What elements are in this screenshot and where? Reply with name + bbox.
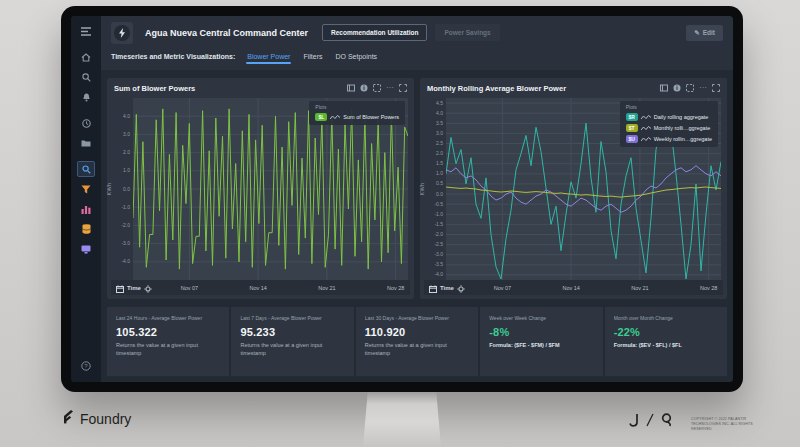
monitor-app-icon[interactable] [77, 241, 95, 257]
y-tick-label: -1.0 [121, 205, 130, 210]
quiver-app-icon[interactable] [77, 161, 95, 177]
legend-label: Sum of Blower Powers [343, 114, 399, 120]
power-savings-button[interactable]: Power Savings [435, 24, 499, 41]
y-tick-label: -1.5 [434, 222, 443, 227]
calendar-icon [429, 279, 437, 297]
plot-area[interactable]: Plots$LSum of Blower Powers [133, 98, 408, 280]
chart-title: Sum of Blower Powers [114, 84, 342, 93]
focus-frame-icon[interactable] [373, 84, 381, 92]
y-tick-label: -3.0 [434, 252, 443, 257]
y-tick-label: 3.0 [123, 132, 130, 137]
info-icon[interactable] [360, 84, 368, 92]
line-chart-icon [330, 114, 340, 121]
time-settings-gear-icon[interactable] [457, 279, 465, 297]
footer-logo-marks [629, 413, 672, 431]
time-settings-gear-icon[interactable] [144, 279, 152, 297]
y-tick-label: 3.5 [436, 121, 443, 126]
metric-card-last-7-days: Last 7 Days - Average Blower Power 95.23… [231, 307, 353, 376]
legend-label: Monthly rolli…ggregate [654, 125, 711, 131]
metric-card-last-24-hours: Last 24 Hours - Average Blower Power 105… [107, 307, 229, 376]
y-tick-label: 2.5 [436, 141, 443, 146]
y-tick-label: 4.0 [436, 111, 443, 116]
y-tick-label: 0.5 [436, 181, 443, 186]
legend: Plots$RDaily rolling aggregate$TMonthly … [620, 101, 718, 147]
card-view-icon[interactable] [347, 84, 355, 92]
y-tick-label: 1.0 [436, 171, 443, 176]
chart-header: Sum of Blower Powers ··· [107, 78, 414, 98]
tab-section-label: Timeseries and Metric Visualizations: [111, 49, 235, 60]
legend-item[interactable]: $RDaily rolling aggregate [626, 113, 712, 121]
chart-title: Monthly Rolling Average Blower Power [427, 84, 655, 93]
metric-value: 110.920 [365, 326, 469, 338]
card-view-icon[interactable] [660, 84, 668, 92]
folder-icon[interactable] [77, 135, 95, 151]
chart-body: KWh 4.54.03.53.02.52.01.51.00.50.0-0.5-1… [420, 98, 727, 280]
metric-label: Month over Month Change [614, 315, 718, 321]
legend-label: Weekly rollin…ggregate [654, 136, 712, 142]
tab-filters[interactable]: Filters [302, 49, 323, 66]
metric-label: Week over Week Change [489, 315, 593, 321]
desk-background: ? Agua Nueva Central Command Center Reco… [0, 0, 800, 447]
more-options-icon[interactable]: ··· [386, 84, 394, 92]
y-tick-label: 0.0 [436, 192, 443, 197]
legend-item[interactable]: $LSum of Blower Powers [315, 113, 399, 121]
power-bolt-icon [114, 25, 130, 41]
edit-button[interactable]: ✎ Edit [686, 25, 723, 41]
y-tick-label: 3.0 [436, 131, 443, 136]
tab-bar: Timeseries and Metric Visualizations: Bl… [101, 49, 733, 70]
x-tick-label: Nov 28 [700, 285, 717, 291]
chart-app-icon[interactable] [77, 201, 95, 217]
legend-title: Plots [626, 104, 712, 110]
notifications-icon[interactable] [77, 89, 95, 105]
svg-text:?: ? [84, 363, 88, 369]
y-axis-label: KWh [419, 183, 425, 196]
line-chart-icon [641, 136, 651, 143]
home-icon[interactable] [77, 49, 95, 65]
x-axis-time-bar: Time Nov 07Nov 14Nov 21Nov 28 [424, 280, 723, 295]
menu-icon[interactable] [77, 23, 95, 39]
page-title: Agua Nueva Central Command Center [145, 28, 308, 38]
legend-badge: $R [626, 113, 638, 121]
search-icon[interactable] [77, 69, 95, 85]
recommendation-utilization-button[interactable]: Recommendation Utilization [322, 24, 427, 41]
dashboard-screen: ? Agua Nueva Central Command Center Reco… [71, 16, 733, 382]
database-app-icon[interactable] [77, 221, 95, 237]
focus-frame-icon[interactable] [686, 84, 694, 92]
pencil-icon: ✎ [694, 29, 699, 37]
tab-do-setpoints[interactable]: DO Setpoints [334, 49, 378, 66]
legend-badge: $U [626, 135, 638, 143]
y-tick-label: -2.0 [121, 223, 130, 228]
y-tick-label: -3.5 [434, 262, 443, 267]
legend-badge: $L [315, 113, 327, 121]
more-options-icon[interactable]: ··· [699, 84, 707, 92]
legend-item[interactable]: $TMonthly rolli…ggregate [626, 124, 712, 132]
legend: Plots$LSum of Blower Powers [309, 101, 405, 125]
time-axis-label: Time [440, 285, 454, 291]
line-chart-icon [641, 114, 651, 121]
app-tile[interactable] [111, 22, 133, 44]
charts-row: Sum of Blower Powers ··· KWh 4.03.0 [107, 78, 727, 299]
x-axis-time-bar: Time Nov 07Nov 14Nov 21Nov 28 [111, 280, 410, 295]
legend-item[interactable]: $UWeekly rollin…ggregate [626, 135, 712, 143]
chart-canvas[interactable] [133, 98, 408, 280]
line-chart-icon [641, 125, 651, 132]
top-bar: Agua Nueva Central Command Center Recomm… [101, 16, 733, 49]
metric-formula: Formula: ($FE - $FM) / $FM [489, 342, 593, 350]
filter-app-icon[interactable] [77, 181, 95, 197]
foundry-logo: Foundry [62, 410, 131, 428]
expand-icon[interactable] [399, 84, 407, 92]
y-tick-label: 1.0 [123, 168, 130, 173]
metric-description: Returns the value at a given input times… [116, 342, 220, 357]
tab-blower-power[interactable]: Blower Power [246, 49, 291, 66]
legend-title: Plots [315, 104, 399, 110]
plot-area[interactable]: Plots$RDaily rolling aggregate$TMonthly … [446, 98, 721, 280]
y-tick-label: 1.5 [436, 161, 443, 166]
info-icon[interactable] [673, 84, 681, 92]
y-tick-label: 0.0 [123, 187, 130, 192]
copyright-text: Copyright © 2022 Palantir Technologies I… [691, 417, 762, 431]
sidebar: ? [71, 16, 101, 382]
history-icon[interactable] [77, 115, 95, 131]
help-icon[interactable]: ? [77, 358, 95, 374]
expand-icon[interactable] [712, 84, 720, 92]
main-panel: Agua Nueva Central Command Center Recomm… [101, 16, 733, 382]
